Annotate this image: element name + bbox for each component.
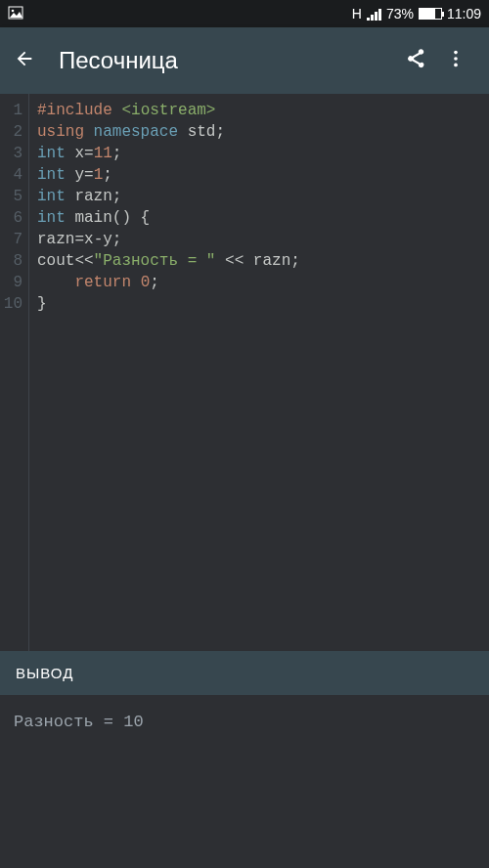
code-line[interactable]: int x=11;	[37, 143, 489, 164]
code-line[interactable]: using namespace std;	[37, 121, 489, 143]
battery-pct: 73%	[386, 6, 414, 22]
clock: 11:09	[447, 6, 481, 22]
line-number: 6	[0, 207, 22, 229]
overflow-menu-button[interactable]	[436, 48, 475, 73]
code-line[interactable]: }	[37, 293, 489, 315]
screenshot-icon	[8, 6, 23, 22]
line-number: 4	[0, 164, 22, 186]
app-bar: Песочница	[0, 27, 489, 94]
output-text: Разность = 10	[14, 713, 144, 731]
status-bar: H 73% 11:09	[0, 0, 489, 27]
svg-point-2	[454, 51, 458, 55]
line-number: 7	[0, 229, 22, 250]
line-number: 9	[0, 272, 22, 293]
code-line[interactable]: return 0;	[37, 272, 489, 293]
battery-icon	[419, 8, 442, 20]
line-number: 8	[0, 250, 22, 272]
code-line[interactable]: int main() {	[37, 207, 489, 229]
back-button[interactable]	[14, 48, 45, 73]
share-button[interactable]	[397, 48, 436, 73]
code-line[interactable]: cout<<"Разность = " << razn;	[37, 250, 489, 272]
code-line[interactable]: int y=1;	[37, 164, 489, 186]
line-number: 1	[0, 100, 22, 121]
line-number: 3	[0, 143, 22, 164]
code-editor[interactable]: 12345678910 #include <iostream>using nam…	[0, 94, 489, 651]
line-number: 2	[0, 121, 22, 143]
output-panel: Разность = 10	[0, 695, 489, 868]
line-number: 10	[0, 293, 22, 315]
page-title: Песочница	[59, 47, 397, 74]
svg-point-4	[454, 64, 458, 67]
code-line[interactable]: #include <iostream>	[37, 100, 489, 121]
network-type: H	[352, 6, 362, 22]
output-header: ВЫВОД	[0, 651, 489, 695]
code-line[interactable]: razn=x-y;	[37, 229, 489, 250]
code-area[interactable]: #include <iostream>using namespace std;i…	[29, 94, 489, 651]
code-line[interactable]: int razn;	[37, 186, 489, 207]
signal-icon	[367, 7, 381, 21]
svg-point-1	[12, 9, 15, 12]
line-gutter: 12345678910	[0, 94, 29, 651]
svg-point-3	[454, 57, 458, 61]
line-number: 5	[0, 186, 22, 207]
